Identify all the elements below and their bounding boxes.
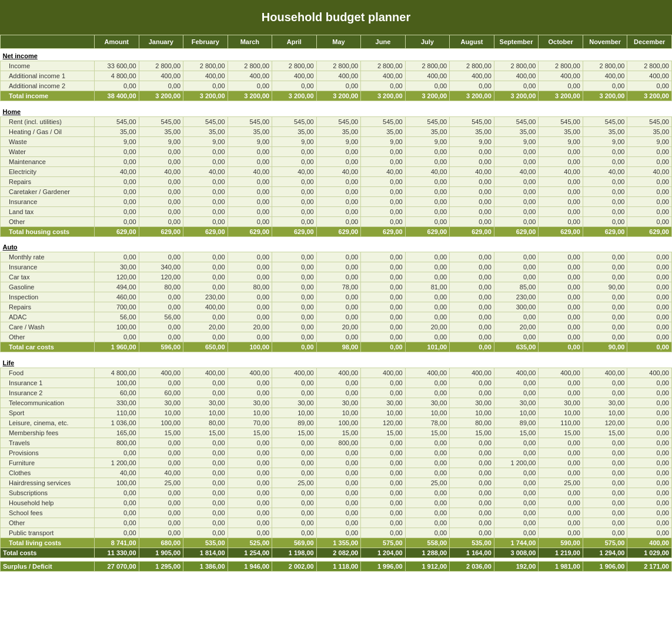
row-value: 35,00 xyxy=(539,126,583,136)
row-value: 575,00 xyxy=(361,538,406,548)
row-value: 0,00 xyxy=(183,196,228,206)
row-value: 400,00 xyxy=(228,368,272,378)
row-value: 629,00 xyxy=(139,226,183,236)
row-value: 0,00 xyxy=(228,206,272,216)
row-label: Inspection xyxy=(1,292,95,302)
row-value: 0,00 xyxy=(183,378,228,388)
table-row: Hairdressing services100,0025,000,000,00… xyxy=(1,478,672,488)
row-value: 60,00 xyxy=(139,388,183,398)
row-value: 35,00 xyxy=(627,126,672,136)
row-value: 35,00 xyxy=(494,126,539,136)
row-value: 70,00 xyxy=(228,418,272,428)
row-value: 0,00 xyxy=(228,292,272,302)
row-label: Maintenance xyxy=(1,156,95,166)
row-value: 0,00 xyxy=(583,312,627,322)
row-value: 0,00 xyxy=(494,272,539,282)
row-label: Land tax xyxy=(1,206,95,216)
row-value: 0,00 xyxy=(316,262,361,272)
row-value: 3 200,00 xyxy=(494,91,539,101)
section-header-label: Life xyxy=(1,356,672,368)
row-value: 35,00 xyxy=(183,126,228,136)
row-value: 0,00 xyxy=(228,262,272,272)
row-label: Furniture xyxy=(1,458,95,468)
row-value: 0,00 xyxy=(583,146,627,156)
row-value: 0,00 xyxy=(627,518,672,528)
row-value: 3 008,00 xyxy=(494,548,539,558)
table-row: Maintenance0,000,000,000,000,000,000,000… xyxy=(1,156,672,166)
row-value: 0,00 xyxy=(627,388,672,398)
row-value: 0,00 xyxy=(139,378,183,388)
row-value: 0,00 xyxy=(272,146,317,156)
row-value: 0,00 xyxy=(316,508,361,518)
row-value: 0,00 xyxy=(361,81,406,91)
row-value: 0,00 xyxy=(139,518,183,528)
row-value: 0,00 xyxy=(183,388,228,398)
row-value: 0,00 xyxy=(583,262,627,272)
table-row: Heating / Gas / Oil35,0035,0035,0035,003… xyxy=(1,126,672,136)
row-value: 0,00 xyxy=(583,206,627,216)
row-value: 0,00 xyxy=(539,252,583,262)
row-value: 0,00 xyxy=(494,488,539,498)
row-value: 0,00 xyxy=(361,196,406,206)
row-value: 230,00 xyxy=(183,292,228,302)
row-value: 0,00 xyxy=(494,81,539,91)
row-value: 2 800,00 xyxy=(405,61,450,71)
row-value: 0,00 xyxy=(539,388,583,398)
row-value: 0,00 xyxy=(316,478,361,488)
row-value: 0,00 xyxy=(539,176,583,186)
row-value: 0,00 xyxy=(450,508,494,518)
row-value: 98,00 xyxy=(316,342,361,352)
row-value: 0,00 xyxy=(272,528,317,538)
row-value: 25,00 xyxy=(539,478,583,488)
row-value: 10,00 xyxy=(450,408,494,418)
row-value: 1 294,00 xyxy=(583,548,627,558)
row-value: 100,00 xyxy=(228,342,272,352)
row-value: 0,00 xyxy=(450,342,494,352)
row-value: 27 070,00 xyxy=(95,561,139,571)
row-value: 0,00 xyxy=(405,468,450,478)
row-value: 0,00 xyxy=(361,322,406,332)
table-row: Food4 800,00400,00400,00400,00400,00400,… xyxy=(1,368,672,378)
row-value: 0,00 xyxy=(627,488,672,498)
row-value: 9,00 xyxy=(316,136,361,146)
row-label: Insurance xyxy=(1,196,95,206)
row-value: 20,00 xyxy=(405,322,450,332)
table-row: Insurance30,00340,000,000,000,000,000,00… xyxy=(1,262,672,272)
row-value: 35,00 xyxy=(228,126,272,136)
row-value: 0,00 xyxy=(539,292,583,302)
row-value: 400,00 xyxy=(228,71,272,81)
row-value: 800,00 xyxy=(316,438,361,448)
row-value: 0,00 xyxy=(583,438,627,448)
row-value: 80,00 xyxy=(450,418,494,428)
row-value: 60,00 xyxy=(95,388,139,398)
row-value: 0,00 xyxy=(450,292,494,302)
row-value: 629,00 xyxy=(405,226,450,236)
row-value: 0,00 xyxy=(583,478,627,488)
row-value: 0,00 xyxy=(450,322,494,332)
row-value: 0,00 xyxy=(228,528,272,538)
row-value: 0,00 xyxy=(139,216,183,226)
row-value: 9,00 xyxy=(95,136,139,146)
row-value: 15,00 xyxy=(494,428,539,438)
table-row: Other0,000,000,000,000,000,000,000,000,0… xyxy=(1,518,672,528)
row-value: 40,00 xyxy=(95,468,139,478)
row-value: 0,00 xyxy=(539,81,583,91)
col-header-feb: February xyxy=(183,35,228,49)
row-value: 0,00 xyxy=(450,206,494,216)
row-value: 0,00 xyxy=(539,272,583,282)
row-value: 0,00 xyxy=(272,216,317,226)
row-value: 1 744,00 xyxy=(494,538,539,548)
row-value: 0,00 xyxy=(539,196,583,206)
row-label: Surplus / Deficit xyxy=(1,561,95,571)
row-label: Leisure, cinema, etc. xyxy=(1,418,95,428)
row-value: 680,00 xyxy=(139,538,183,548)
row-value: 0,00 xyxy=(583,378,627,388)
row-value: 0,00 xyxy=(183,448,228,458)
row-value: 2 800,00 xyxy=(272,61,317,71)
row-value: 0,00 xyxy=(361,186,406,196)
row-value: 0,00 xyxy=(405,292,450,302)
row-value: 0,00 xyxy=(583,216,627,226)
row-value: 535,00 xyxy=(183,538,228,548)
row-value: 0,00 xyxy=(539,206,583,216)
row-value: 0,00 xyxy=(316,488,361,498)
